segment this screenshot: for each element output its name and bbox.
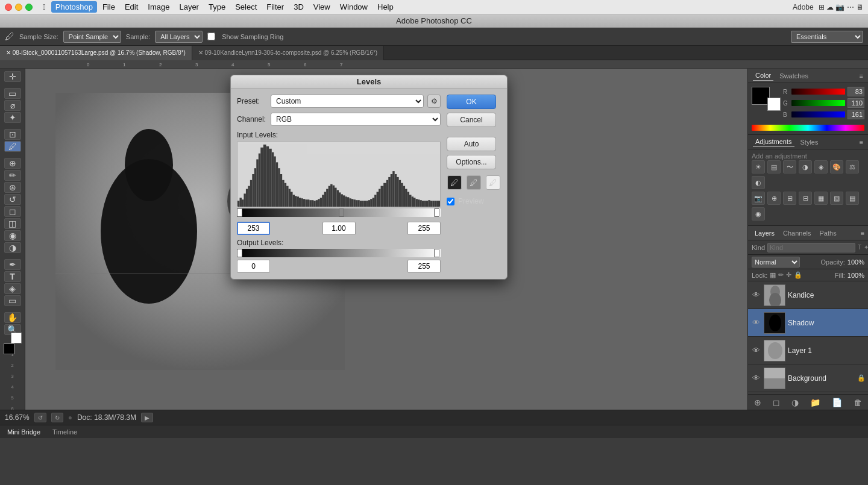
tab-swatches[interactable]: Swatches [777, 71, 811, 81]
pen-tool[interactable]: ✒ [4, 259, 21, 270]
ok-button[interactable]: OK [447, 95, 496, 109]
menu-edit[interactable]: Edit [121, 1, 142, 13]
adj-threshold[interactable]: ▧ [830, 192, 843, 205]
history-tool[interactable]: ↺ [4, 194, 21, 205]
output-shadow-value[interactable] [237, 260, 270, 273]
tab-document-2[interactable]: ✕ 09-10KandiceLynn19-306-to-composite.ps… [192, 46, 384, 60]
menu-view[interactable]: View [309, 1, 335, 13]
filter-icon-2[interactable]: ✦ [864, 244, 868, 251]
black-point-eyedropper[interactable]: 🖊 [447, 175, 462, 190]
sample-size-select[interactable]: Point Sample [63, 31, 121, 43]
show-sampling-ring-checkbox[interactable] [207, 33, 215, 40]
crop-tool[interactable]: ⊡ [4, 129, 21, 140]
gear-button[interactable]: ⚙ [427, 95, 441, 108]
r-value[interactable]: 83 [848, 87, 864, 96]
apple-menu[interactable]:  [39, 1, 50, 13]
move-tool[interactable]: ✛ [4, 71, 21, 82]
type-tool[interactable]: T [4, 271, 21, 282]
layer-visibility-toggle[interactable]: 👁 [750, 290, 761, 301]
eraser-tool[interactable]: ◻ [4, 206, 21, 217]
tab-layers[interactable]: Layers [752, 228, 778, 238]
adj-mixer[interactable]: ⊕ [767, 192, 781, 205]
new-layer-btn[interactable]: 📄 [832, 398, 842, 407]
hand-tool[interactable]: ✋ [4, 312, 21, 323]
tab-styles[interactable]: Styles [798, 137, 821, 147]
delete-layer-btn[interactable]: 🗑 [854, 398, 862, 407]
new-style-btn[interactable]: ⊕ [754, 398, 761, 407]
adj-colorbal[interactable]: ⚖ [846, 160, 859, 174]
menu-photoshop[interactable]: Photoshop [51, 1, 97, 13]
status-rotate-btn[interactable]: ↺ [34, 413, 46, 422]
layer-item[interactable]: 👁 Shadow [748, 309, 868, 337]
path-tool[interactable]: ◈ [4, 283, 21, 294]
menu-filter[interactable]: Filter [262, 1, 288, 13]
clone-tool[interactable]: ⊛ [4, 182, 21, 193]
lasso-tool[interactable]: ⌀ [4, 100, 21, 111]
b-value[interactable]: 161 [848, 110, 864, 119]
adj-curves[interactable]: 〜 [783, 160, 796, 174]
input-midtone-value[interactable] [322, 222, 356, 235]
layer-visibility-toggle[interactable]: 👁 [750, 345, 761, 356]
adj-photo[interactable]: 📷 [752, 192, 765, 205]
tab-adjustments[interactable]: Adjustments [753, 137, 794, 147]
g-value[interactable]: 110 [848, 98, 864, 108]
options-button[interactable]: Options... [447, 155, 496, 169]
color-spectrum[interactable] [752, 125, 864, 131]
b-slider[interactable] [791, 111, 845, 117]
lock-position-icon[interactable]: ✛ [786, 271, 791, 279]
adj-posterize[interactable]: ▦ [814, 192, 828, 205]
adj-color-lookup[interactable]: ⊞ [783, 192, 796, 205]
blend-mode-select[interactable]: Normal [752, 257, 800, 268]
output-highlight-handle[interactable] [434, 249, 439, 257]
layer-item[interactable]: 👁 Layer 1 [748, 337, 868, 365]
input-slider-row[interactable] [237, 208, 441, 219]
wand-tool[interactable]: ✦ [4, 112, 21, 123]
minimize-button[interactable] [15, 4, 22, 11]
heal-tool[interactable]: ⊕ [4, 158, 21, 169]
lock-image-icon[interactable]: ✏ [778, 271, 784, 279]
menu-window[interactable]: Window [336, 1, 372, 13]
tab-paths[interactable]: Paths [817, 228, 840, 238]
input-shadow-handle[interactable] [237, 208, 242, 217]
maximize-button[interactable] [25, 4, 33, 11]
all-layers-select[interactable]: All Layers [155, 31, 203, 43]
adj-invert[interactable]: ⊟ [799, 192, 812, 205]
fill-value[interactable]: 100% [848, 272, 864, 279]
tab-color[interactable]: Color [753, 70, 773, 81]
layer-item[interactable]: 👁 Kandice [748, 281, 868, 309]
output-slider-track[interactable] [237, 249, 441, 257]
gradient-tool[interactable]: ◫ [4, 218, 21, 229]
menu-image[interactable]: Image [143, 1, 174, 13]
auto-button[interactable]: Auto [447, 137, 496, 151]
r-slider[interactable] [791, 89, 845, 95]
opacity-value[interactable]: 100% [848, 258, 864, 266]
output-shadow-handle[interactable] [237, 249, 242, 257]
layer-visibility-toggle[interactable]: 👁 [750, 373, 761, 384]
adj-levels[interactable]: ▤ [767, 160, 781, 174]
gray-point-eyedropper[interactable]: 🖊 [467, 175, 481, 190]
adj-gradient-map[interactable]: ▤ [846, 192, 859, 205]
tab-document-1[interactable]: ✕ 08-iStock_000011057163Large.psd @ 16.7… [0, 46, 192, 60]
cancel-button[interactable]: Cancel [447, 113, 496, 127]
input-highlight-handle[interactable] [434, 208, 439, 217]
tab-timeline[interactable]: Timeline [50, 427, 80, 437]
menu-layer[interactable]: Layer [175, 1, 203, 13]
brush-tool[interactable]: ✏ [4, 170, 21, 181]
adj-brightness[interactable]: ☀ [752, 160, 765, 174]
background-swatch[interactable] [767, 98, 781, 111]
new-group-btn[interactable]: 📁 [810, 398, 820, 407]
menu-help[interactable]: Help [373, 1, 398, 13]
new-adjustment-layer-btn[interactable]: ◑ [791, 398, 799, 407]
channel-select[interactable]: RGB Red Green Blue [271, 113, 441, 126]
eyedropper-tool-icon[interactable]: 🖊 [5, 31, 14, 42]
dodge-tool[interactable]: ◑ [4, 242, 21, 253]
menu-select[interactable]: Select [231, 1, 261, 13]
foreground-color-swatch[interactable] [4, 343, 14, 354]
adj-selective-color[interactable]: ◉ [752, 207, 765, 221]
adj-hsl[interactable]: 🎨 [830, 160, 843, 174]
adjustments-panel-menu[interactable]: ≡ [860, 139, 863, 146]
menu-3d[interactable]: 3D [289, 1, 308, 13]
eyedropper-tool[interactable]: 🖊 [4, 141, 21, 152]
lock-all-icon[interactable]: 🔒 [794, 271, 802, 279]
status-play-btn[interactable]: ▶ [141, 413, 153, 422]
